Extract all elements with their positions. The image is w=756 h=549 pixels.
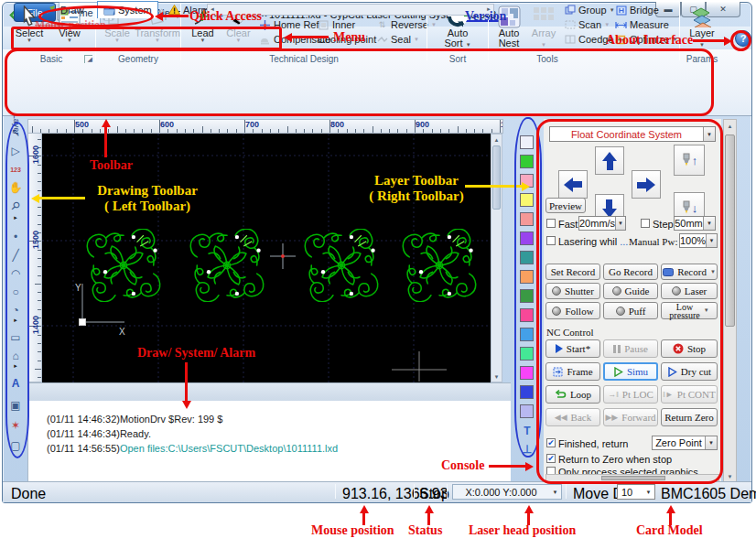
vertical-ruler: 160015001400 [27, 134, 42, 382]
machine-status-value: Stop [419, 486, 449, 502]
alarm-tab-icon [168, 5, 180, 15]
array-icon [533, 5, 555, 28]
annotation-dsa-label: Draw/ System/ Alarm [137, 346, 255, 361]
scan-button[interactable]: Scan ▼ [564, 17, 613, 32]
axis-marker [80, 284, 125, 326]
panel-vertical-scrollbar[interactable]: ▲▼ [723, 119, 737, 483]
ruler-v-1400: 1400 [31, 313, 40, 337]
group-icon [564, 5, 576, 16]
annotation-laser-head-label: Laser head position [469, 523, 576, 538]
annotation-quick-access-ellipse [38, 5, 154, 27]
layer-icon [689, 5, 715, 28]
annotation-quick-access-label: Quick Access [189, 9, 262, 24]
bridge-icon [615, 5, 627, 16]
axis-x-label: X [119, 327, 125, 337]
corner-cross [392, 351, 447, 382]
ruler-h-800: 800 [330, 120, 344, 129]
annotation-about-circle [730, 30, 751, 51]
inner-icon [318, 19, 329, 30]
ruler-h-700: 700 [245, 120, 259, 129]
annotation-mouse-position-label: Mouse position [311, 523, 394, 538]
annotation-about-label: About Interface [606, 33, 693, 48]
reverse-icon: ⇅ [376, 19, 388, 30]
annotation-layer-toolbar-label: Layer Toolbar( Right Toolbar) [357, 173, 476, 204]
annotation-menu-box [11, 27, 282, 50]
annotation-version-label: Version [465, 9, 506, 24]
mouse-position-value: 913.16, 1366.93 [342, 486, 410, 502]
measure-button[interactable]: Measure [615, 17, 677, 32]
ruler-h-1000: 1000 [501, 120, 503, 129]
ruler-h-600: 600 [160, 120, 174, 129]
canvas-vertical-scrollbar[interactable]: ▲▼ [491, 134, 502, 382]
coedge-icon [564, 34, 576, 45]
bridge-button[interactable]: Bridge [615, 3, 677, 17]
measure-icon [615, 19, 627, 30]
ruler-h-900: 900 [416, 120, 429, 129]
group-button[interactable]: Group ▼ [564, 3, 613, 17]
horizontal-ruler: 5006007008009001000 [27, 119, 503, 134]
scan-icon [564, 19, 576, 30]
card-model-value: BMC1605 Demo [661, 486, 756, 502]
ruler-v-1500: 1500 [31, 228, 40, 252]
array-button[interactable]: Array▼ [527, 2, 560, 53]
ornament-pattern-1 [87, 229, 159, 301]
console-line-1: (01/11 14:46:32)MotionDrv $Rev: 199 $ [47, 414, 222, 425]
status-message: Done [11, 486, 46, 502]
annotation-status-label: Status [408, 523, 442, 538]
annotation-card-model-label: Card Model [636, 523, 703, 538]
ruler-v-1600: 1600 [31, 143, 40, 167]
annotation-left-toolbar-ellipse [5, 122, 29, 458]
annotation-ribbon-box [5, 48, 714, 116]
console-line-3: (01/11 14:56:55)Open files:C:\Users\FSCU… [47, 443, 338, 454]
console-line-2: (01/11 14:46:34)Ready. [47, 428, 151, 439]
move-dis-select[interactable]: 10▼ [617, 484, 655, 500]
annotation-panel-box [536, 119, 723, 484]
console-log: (01/11 14:46:32)MotionDrv $Rev: 199 $(01… [27, 401, 511, 481]
console-tab-row [27, 382, 511, 401]
ornament-pattern-3 [305, 229, 377, 301]
laser-position-select[interactable]: X:0.000 Y:0.000▼ [452, 484, 562, 500]
annotation-drawing-toolbar-label: Drawing Toolbar( Left Toolbar) [88, 183, 207, 214]
seal-button[interactable]: Seal ▼ [376, 32, 424, 47]
seal-icon [376, 34, 388, 45]
axis-y-label: Y [75, 283, 81, 293]
ruler-h-500: 500 [75, 120, 89, 129]
annotation-menu-label: Menu [333, 30, 365, 45]
ornament-pattern-2 [190, 229, 263, 301]
annotation-console-label: Console [441, 458, 484, 473]
annotation-toolbar-label: Toolbar [90, 158, 133, 173]
reverse-button[interactable]: ⇅Reverse ▼ [376, 17, 424, 32]
annotation-arrow [155, 12, 163, 21]
